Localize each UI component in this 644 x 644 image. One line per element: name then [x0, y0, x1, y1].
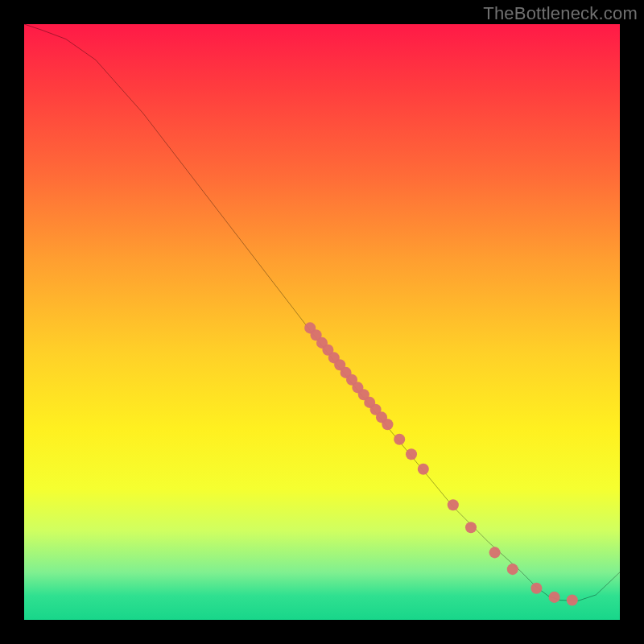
plot-area: [24, 24, 620, 620]
data-point: [316, 337, 328, 349]
data-point: [334, 359, 345, 370]
data-point: [507, 564, 518, 575]
data-point: [567, 595, 578, 606]
data-point: [394, 434, 405, 445]
chart-frame: TheBottleneck.com: [0, 0, 644, 644]
data-point: [370, 404, 382, 415]
points-group: [304, 322, 578, 605]
data-point: [530, 583, 542, 594]
data-point: [489, 547, 501, 558]
data-point: [341, 367, 352, 378]
data-point: [322, 345, 333, 356]
data-point: [549, 592, 560, 603]
data-point: [328, 352, 340, 363]
data-point: [358, 389, 369, 400]
data-point: [364, 397, 375, 408]
data-point: [304, 322, 316, 333]
data-point: [465, 522, 477, 533]
data-point: [448, 499, 459, 510]
data-point: [346, 374, 357, 386]
curve-path: [24, 24, 620, 601]
data-point: [311, 329, 322, 341]
data-point: [382, 419, 393, 430]
watermark-text: TheBottleneck.com: [483, 3, 638, 24]
data-point: [376, 411, 387, 423]
data-point: [406, 448, 417, 460]
data-point: [352, 382, 363, 393]
data-point: [418, 464, 429, 475]
chart-svg: [24, 24, 620, 620]
